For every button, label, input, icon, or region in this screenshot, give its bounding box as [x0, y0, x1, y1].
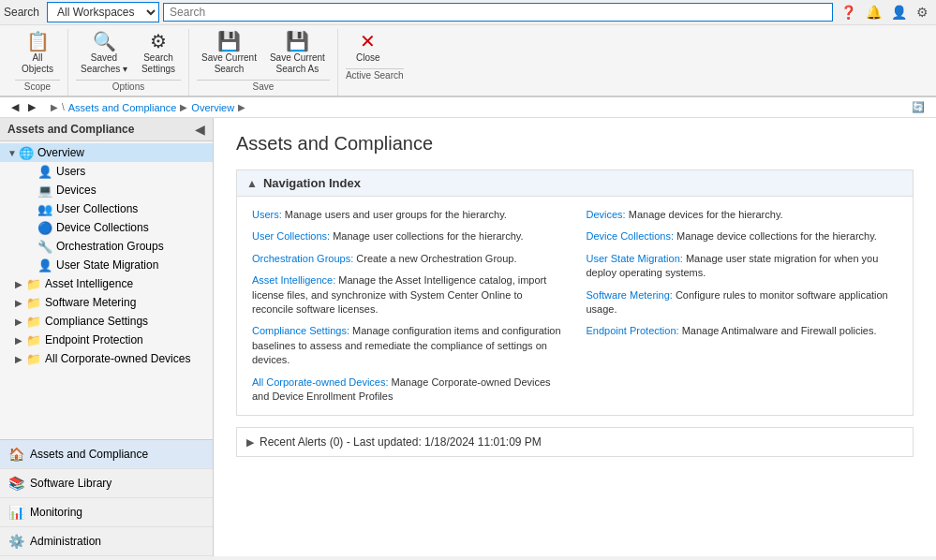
search-settings-icon: ⚙	[150, 32, 167, 51]
refresh-button[interactable]: 🔄	[908, 99, 929, 115]
nav-link-user-collections[interactable]: User Collections:	[252, 230, 330, 242]
saved-searches-icon: 🔍	[93, 32, 116, 51]
nav-item-monitoring-label: Monitoring	[30, 506, 82, 519]
nav-item-assets[interactable]: 🏠 Assets and Compliance	[0, 440, 213, 469]
page-title: Assets and Compliance	[236, 133, 914, 155]
nav-item-devices: Devices: Manage devices for the hierarch…	[587, 208, 899, 222]
search-settings-label: Search Settings	[141, 52, 175, 75]
state-migration-icon: 👤	[37, 258, 52, 273]
nav-link-device-collections[interactable]: Device Collections:	[587, 230, 675, 242]
nav-index-header-label: Navigation Index	[263, 176, 361, 190]
nav-item-user-collections: User Collections: Manage user collection…	[252, 229, 564, 243]
saved-searches-button[interactable]: 🔍 Saved Searches ▾	[76, 29, 132, 78]
nav-item-software-library[interactable]: 📚 Software Library	[0, 469, 213, 498]
nav-item-users: Users: Manage users and user groups for …	[252, 208, 564, 222]
nav-desc-device-collections: Manage device collections for the hierar…	[676, 230, 877, 242]
nav-index-collapse-icon: ▲	[246, 177, 258, 190]
all-objects-icon: 📋	[26, 32, 50, 51]
nav-link-asset[interactable]: Asset Intelligence:	[252, 274, 335, 286]
nav-link-user-state[interactable]: User State Migration:	[587, 253, 683, 264]
nav-link-compliance[interactable]: Compliance Settings:	[252, 325, 349, 336]
sidebar-header: Assets and Compliance ◀	[0, 118, 213, 141]
nav-item-software-metering: Software Metering: Configure rules to mo…	[587, 288, 899, 317]
back-button[interactable]: ◀	[7, 99, 22, 115]
close-icon: ✕	[360, 32, 376, 51]
nav-item-compliance: Compliance Settings: Manage configuratio…	[252, 324, 564, 367]
breadcrumb-assets[interactable]: Assets and Compliance	[68, 102, 177, 113]
save-current-search-button[interactable]: 💾 Save Current Search	[197, 29, 261, 78]
content-area: Assets and Compliance ▲ Navigation Index…	[214, 118, 936, 556]
active-search-group-label: Active Search	[346, 68, 404, 81]
sidebar-item-overview[interactable]: ▼ 🌐 Overview	[0, 143, 213, 162]
nav-desc-users: Manage users and user groups for the hie…	[285, 209, 507, 220]
sidebar-item-compliance-settings[interactable]: ▶ 📁 Compliance Settings	[0, 312, 213, 331]
nav-item-monitoring[interactable]: 📊 Monitoring	[0, 498, 213, 527]
corporate-owned-icon: 📁	[26, 351, 41, 366]
alerts-expand-icon: ▶	[246, 436, 254, 449]
nav-index-right: Devices: Manage devices for the hierarch…	[587, 208, 899, 404]
nav-link-corporate[interactable]: All Corporate-owned Devices:	[252, 376, 389, 388]
sidebar-item-user-state-migration[interactable]: 👤 User State Migration	[0, 256, 213, 274]
sidebar: Assets and Compliance ◀ ▼ 🌐 Overview 👤 U…	[0, 118, 214, 556]
all-objects-button[interactable]: 📋 All Objects	[15, 29, 60, 78]
nav-link-users[interactable]: Users:	[252, 209, 282, 220]
bell-icon-btn[interactable]: 🔔	[862, 3, 885, 22]
breadcrumb-overview[interactable]: Overview	[191, 102, 234, 113]
nav-desc-devices: Manage devices for the hierarchy.	[629, 209, 783, 220]
breadcrumb-sep2: ▶	[180, 102, 187, 112]
orchestration-groups-icon: 🔧	[37, 239, 52, 254]
scope-dropdown[interactable]: All Workspaces	[47, 2, 159, 22]
sidebar-item-user-collections[interactable]: 👥 User Collections	[0, 199, 213, 218]
save-as-icon: 💾	[286, 32, 309, 51]
help-icon-btn[interactable]: ❓	[837, 3, 860, 22]
nav-desc-user-collections: Manage user collections for the hierarch…	[333, 230, 523, 242]
nav-item-device-collections: Device Collections: Manage device collec…	[587, 229, 899, 243]
forward-button[interactable]: ▶	[24, 99, 39, 115]
sidebar-item-software-metering[interactable]: ▶ 📁 Software Metering	[0, 293, 213, 312]
nav-link-software-metering[interactable]: Software Metering:	[587, 289, 673, 301]
close-button[interactable]: ✕ Close	[346, 29, 391, 66]
search-input[interactable]	[163, 3, 833, 22]
sidebar-item-asset-intelligence-label: Asset Intelligence	[45, 277, 133, 290]
nav-index-header[interactable]: ▲ Navigation Index	[237, 170, 913, 197]
sidebar-item-device-collections-label: Device Collections	[56, 221, 149, 234]
sidebar-item-asset-intelligence[interactable]: ▶ 📁 Asset Intelligence	[0, 274, 213, 293]
nav-link-orchestration[interactable]: Orchestration Groups:	[252, 253, 353, 264]
sidebar-toggle-button[interactable]: ◀	[195, 122, 205, 137]
asset-intelligence-icon: 📁	[26, 276, 41, 291]
save-current-as-button[interactable]: 💾 Save Current Search As	[265, 29, 330, 78]
nav-link-devices[interactable]: Devices:	[587, 209, 626, 220]
breadcrumb-sep3: ▶	[238, 102, 245, 112]
sidebar-item-endpoint-protection-label: Endpoint Protection	[45, 333, 143, 346]
user-icon-btn[interactable]: 👤	[887, 3, 911, 22]
sidebar-item-user-collections-label: User Collections	[56, 202, 138, 215]
users-icon: 👤	[37, 164, 52, 179]
nav-item-administration[interactable]: ⚙️ Administration	[0, 527, 213, 556]
options-group-label: Options	[76, 80, 181, 92]
sidebar-item-devices[interactable]: 💻 Devices	[0, 181, 213, 199]
alerts-header-label: Recent Alerts (0) - Last updated: 1/18/2…	[260, 435, 542, 449]
search-settings-button[interactable]: ⚙ Search Settings	[136, 29, 181, 78]
saved-searches-label: Saved Searches ▾	[81, 52, 127, 75]
sidebar-item-endpoint-protection[interactable]: ▶ 📁 Endpoint Protection	[0, 331, 213, 349]
alerts-header[interactable]: ▶ Recent Alerts (0) - Last updated: 1/18…	[237, 428, 913, 456]
sidebar-item-devices-label: Devices	[56, 184, 97, 197]
compliance-settings-icon: 📁	[26, 314, 41, 329]
sidebar-item-overview-label: Overview	[37, 146, 84, 159]
nav-item-software-library-label: Software Library	[30, 477, 111, 490]
sidebar-item-device-collections[interactable]: 🔵 Device Collections	[0, 218, 213, 237]
search-label: Search	[4, 6, 39, 19]
software-metering-icon: 📁	[26, 295, 41, 310]
sidebar-item-users[interactable]: 👤 Users	[0, 162, 213, 181]
nav-link-endpoint[interactable]: Endpoint Protection:	[587, 325, 679, 336]
scope-group-label: Scope	[15, 80, 60, 92]
close-label: Close	[356, 52, 380, 64]
settings-icon-btn[interactable]: ⚙	[913, 3, 932, 22]
nav-item-endpoint: Endpoint Protection: Manage Antimalware …	[587, 324, 899, 338]
assets-nav-icon: 🏠	[7, 446, 24, 463]
save-current-as-label: Save Current Search As	[270, 52, 325, 75]
nav-item-administration-label: Administration	[30, 535, 101, 548]
sidebar-item-corporate-owned-devices[interactable]: ▶ 📁 All Corporate-owned Devices	[0, 349, 213, 368]
sidebar-item-orchestration-groups[interactable]: 🔧 Orchestration Groups	[0, 237, 213, 256]
ribbon-group-options: 🔍 Saved Searches ▾ ⚙ Search Settings Opt…	[68, 29, 189, 96]
